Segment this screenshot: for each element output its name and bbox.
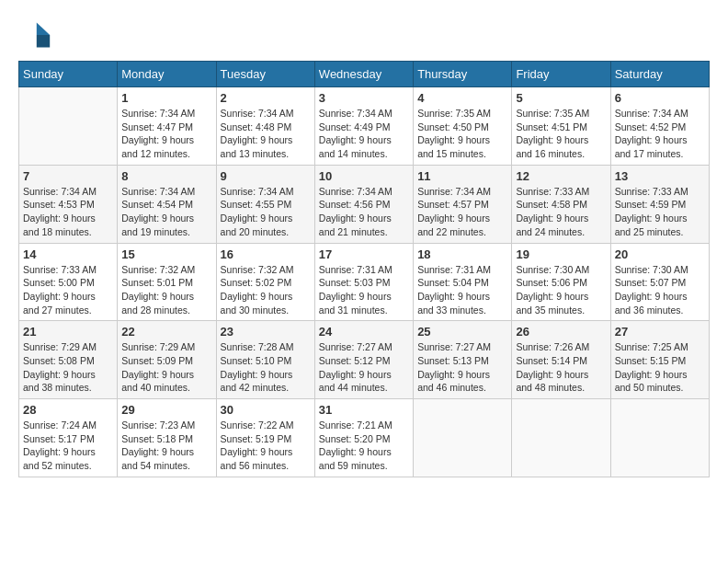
calendar-cell: 2Sunrise: 7:34 AMSunset: 4:48 PMDaylight… <box>216 87 314 166</box>
header-thursday: Thursday <box>414 62 512 87</box>
day-info: Sunrise: 7:34 AMSunset: 4:47 PMDaylight:… <box>121 107 211 161</box>
day-number: 4 <box>417 91 507 105</box>
day-info: Sunrise: 7:34 AMSunset: 4:48 PMDaylight:… <box>221 107 311 161</box>
day-info: Sunrise: 7:35 AMSunset: 4:51 PMDaylight:… <box>516 107 606 161</box>
calendar-cell: 10Sunrise: 7:34 AMSunset: 4:56 PMDayligh… <box>314 165 413 243</box>
svg-marker-1 <box>37 35 50 48</box>
calendar-cell: 28Sunrise: 7:24 AMSunset: 5:17 PMDayligh… <box>19 399 118 477</box>
day-number: 10 <box>319 169 409 183</box>
day-number: 31 <box>319 403 409 417</box>
calendar-cell: 7Sunrise: 7:34 AMSunset: 4:53 PMDaylight… <box>19 165 118 243</box>
calendar-cell: 18Sunrise: 7:31 AMSunset: 5:04 PMDayligh… <box>414 243 512 321</box>
day-info: Sunrise: 7:21 AMSunset: 5:20 PMDaylight:… <box>319 419 409 473</box>
day-number: 8 <box>121 169 211 183</box>
day-info: Sunrise: 7:28 AMSunset: 5:10 PMDaylight:… <box>221 340 311 395</box>
header-row: Sunday Monday Tuesday Wednesday Thursday… <box>19 62 710 87</box>
day-number: 14 <box>23 247 113 261</box>
day-info: Sunrise: 7:30 AMSunset: 5:07 PMDaylight:… <box>615 263 705 317</box>
calendar-cell: 23Sunrise: 7:28 AMSunset: 5:10 PMDayligh… <box>216 321 314 399</box>
calendar-cell <box>19 87 118 166</box>
day-info: Sunrise: 7:33 AMSunset: 5:00 PMDaylight:… <box>23 263 113 317</box>
calendar-cell: 9Sunrise: 7:34 AMSunset: 4:55 PMDaylight… <box>216 165 314 243</box>
day-number: 27 <box>615 325 705 339</box>
calendar-cell: 24Sunrise: 7:27 AMSunset: 5:12 PMDayligh… <box>314 321 413 399</box>
calendar-cell: 16Sunrise: 7:32 AMSunset: 5:02 PMDayligh… <box>216 243 314 321</box>
day-info: Sunrise: 7:34 AMSunset: 4:57 PMDaylight:… <box>417 185 507 239</box>
day-number: 19 <box>516 247 606 261</box>
day-number: 18 <box>417 247 507 261</box>
day-number: 24 <box>319 325 409 339</box>
header-tuesday: Tuesday <box>216 62 314 87</box>
day-info: Sunrise: 7:30 AMSunset: 5:06 PMDaylight:… <box>516 263 606 317</box>
calendar-cell: 29Sunrise: 7:23 AMSunset: 5:18 PMDayligh… <box>118 399 216 477</box>
day-info: Sunrise: 7:33 AMSunset: 4:59 PMDaylight:… <box>615 185 705 239</box>
calendar-cell: 12Sunrise: 7:33 AMSunset: 4:58 PMDayligh… <box>512 165 610 243</box>
calendar-cell: 14Sunrise: 7:33 AMSunset: 5:00 PMDayligh… <box>19 243 118 321</box>
day-info: Sunrise: 7:32 AMSunset: 5:02 PMDaylight:… <box>221 263 311 317</box>
calendar-cell: 17Sunrise: 7:31 AMSunset: 5:03 PMDayligh… <box>314 243 413 321</box>
day-number: 2 <box>221 91 311 105</box>
day-number: 9 <box>221 169 311 183</box>
calendar-header: Sunday Monday Tuesday Wednesday Thursday… <box>19 62 710 87</box>
day-info: Sunrise: 7:35 AMSunset: 4:50 PMDaylight:… <box>417 107 507 161</box>
day-info: Sunrise: 7:34 AMSunset: 4:53 PMDaylight:… <box>23 185 113 239</box>
day-info: Sunrise: 7:32 AMSunset: 5:01 PMDaylight:… <box>121 263 211 317</box>
calendar-week-4: 21Sunrise: 7:29 AMSunset: 5:08 PMDayligh… <box>19 321 710 399</box>
calendar-cell: 8Sunrise: 7:34 AMSunset: 4:54 PMDaylight… <box>118 165 216 243</box>
day-info: Sunrise: 7:26 AMSunset: 5:14 PMDaylight:… <box>516 340 606 395</box>
day-info: Sunrise: 7:34 AMSunset: 4:49 PMDaylight:… <box>319 107 409 161</box>
day-number: 29 <box>121 403 211 417</box>
day-number: 28 <box>23 403 113 417</box>
calendar-cell <box>414 399 512 477</box>
day-number: 30 <box>221 403 311 417</box>
day-number: 23 <box>221 325 311 339</box>
calendar-cell: 31Sunrise: 7:21 AMSunset: 5:20 PMDayligh… <box>314 399 413 477</box>
day-info: Sunrise: 7:27 AMSunset: 5:12 PMDaylight:… <box>319 340 409 395</box>
calendar-week-1: 1Sunrise: 7:34 AMSunset: 4:47 PMDaylight… <box>19 87 710 166</box>
calendar-cell <box>610 399 709 477</box>
calendar-week-5: 28Sunrise: 7:24 AMSunset: 5:17 PMDayligh… <box>19 399 710 477</box>
header-monday: Monday <box>118 62 216 87</box>
calendar-cell: 30Sunrise: 7:22 AMSunset: 5:19 PMDayligh… <box>216 399 314 477</box>
day-info: Sunrise: 7:27 AMSunset: 5:13 PMDaylight:… <box>417 340 507 395</box>
header-sunday: Sunday <box>19 62 118 87</box>
day-number: 16 <box>221 247 311 261</box>
calendar-cell: 20Sunrise: 7:30 AMSunset: 5:07 PMDayligh… <box>610 243 709 321</box>
page-header <box>18 18 710 52</box>
calendar-body: 1Sunrise: 7:34 AMSunset: 4:47 PMDaylight… <box>19 87 710 477</box>
day-info: Sunrise: 7:31 AMSunset: 5:03 PMDaylight:… <box>319 263 409 317</box>
day-info: Sunrise: 7:31 AMSunset: 5:04 PMDaylight:… <box>417 263 507 317</box>
calendar-cell: 3Sunrise: 7:34 AMSunset: 4:49 PMDaylight… <box>314 87 413 166</box>
calendar-cell: 11Sunrise: 7:34 AMSunset: 4:57 PMDayligh… <box>414 165 512 243</box>
calendar-cell: 4Sunrise: 7:35 AMSunset: 4:50 PMDaylight… <box>414 87 512 166</box>
day-number: 11 <box>417 169 507 183</box>
day-number: 1 <box>121 91 211 105</box>
header-saturday: Saturday <box>610 62 709 87</box>
header-wednesday: Wednesday <box>314 62 413 87</box>
day-info: Sunrise: 7:33 AMSunset: 4:58 PMDaylight:… <box>516 185 606 239</box>
day-number: 13 <box>615 169 705 183</box>
day-number: 5 <box>516 91 606 105</box>
calendar-week-2: 7Sunrise: 7:34 AMSunset: 4:53 PMDaylight… <box>19 165 710 243</box>
calendar-cell: 13Sunrise: 7:33 AMSunset: 4:59 PMDayligh… <box>610 165 709 243</box>
day-number: 3 <box>319 91 409 105</box>
day-number: 26 <box>516 325 606 339</box>
logo <box>18 18 55 52</box>
calendar-cell: 6Sunrise: 7:34 AMSunset: 4:52 PMDaylight… <box>610 87 709 166</box>
calendar-cell: 19Sunrise: 7:30 AMSunset: 5:06 PMDayligh… <box>512 243 610 321</box>
day-info: Sunrise: 7:34 AMSunset: 4:55 PMDaylight:… <box>221 185 311 239</box>
calendar-cell: 27Sunrise: 7:25 AMSunset: 5:15 PMDayligh… <box>610 321 709 399</box>
calendar-cell <box>512 399 610 477</box>
day-number: 25 <box>417 325 507 339</box>
calendar-cell: 1Sunrise: 7:34 AMSunset: 4:47 PMDaylight… <box>118 87 216 166</box>
calendar-cell: 15Sunrise: 7:32 AMSunset: 5:01 PMDayligh… <box>118 243 216 321</box>
calendar-cell: 26Sunrise: 7:26 AMSunset: 5:14 PMDayligh… <box>512 321 610 399</box>
day-number: 21 <box>23 325 113 339</box>
day-info: Sunrise: 7:22 AMSunset: 5:19 PMDaylight:… <box>221 419 311 473</box>
day-info: Sunrise: 7:34 AMSunset: 4:56 PMDaylight:… <box>319 185 409 239</box>
logo-icon <box>18 18 51 52</box>
day-number: 15 <box>121 247 211 261</box>
day-info: Sunrise: 7:29 AMSunset: 5:09 PMDaylight:… <box>121 340 211 395</box>
calendar-cell: 21Sunrise: 7:29 AMSunset: 5:08 PMDayligh… <box>19 321 118 399</box>
day-number: 17 <box>319 247 409 261</box>
